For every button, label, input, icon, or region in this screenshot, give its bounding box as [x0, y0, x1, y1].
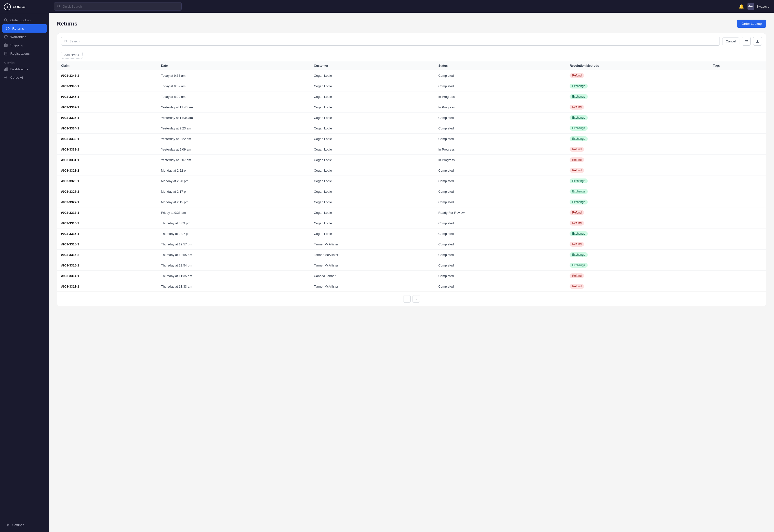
cell-status: Ready For Review	[434, 207, 565, 218]
table-body: #903-3346-2 Today at 9:35 am Cogan Lottl…	[57, 70, 766, 292]
logo-label: CORSO	[13, 5, 25, 9]
cell-date: Thursday at 3:07 pm	[157, 228, 310, 239]
table-row[interactable]: #903-3317-1 Friday at 9:38 am Cogan Lott…	[57, 207, 766, 218]
cell-claim: #903-3334-1	[57, 123, 157, 134]
table-header-row: Claim Date Customer Status Resolution Me…	[57, 61, 766, 70]
sidebar-item-dashboards[interactable]: Dashboards	[0, 65, 49, 73]
svg-point-13	[7, 524, 9, 526]
pagination: ‹ ›	[57, 291, 766, 306]
cell-resolution: Exchange	[565, 91, 709, 102]
quick-search-bar[interactable]	[54, 2, 181, 11]
cell-date: Thursday at 11:35 am	[157, 271, 310, 281]
table-row[interactable]: #903-3346-1 Today at 9:32 am Cogan Lottl…	[57, 81, 766, 91]
table-row[interactable]: #903-3334-1 Yesterday at 9:23 am Cogan L…	[57, 123, 766, 134]
cell-customer: Cogan Lottle	[310, 144, 434, 155]
cell-resolution: Refund	[565, 239, 709, 250]
table-row[interactable]: #903-3331-1 Yesterday at 9:07 am Cogan L…	[57, 155, 766, 165]
box-icon	[4, 43, 8, 47]
cell-claim: #903-3346-1	[57, 81, 157, 91]
cell-status: Completed	[434, 165, 565, 176]
cell-customer: Cogan Lottle	[310, 81, 434, 91]
cell-claim: #903-3315-2	[57, 250, 157, 260]
cell-claim: #903-3311-1	[57, 281, 157, 292]
col-tags: Tags	[709, 61, 766, 70]
prev-page-button[interactable]: ‹	[403, 295, 411, 303]
cell-tags	[709, 176, 766, 186]
user-menu[interactable]: GoN Swaseys	[748, 3, 769, 10]
col-status: Status	[434, 61, 565, 70]
table-row[interactable]: #903-3337-1 Yesterday at 11:43 am Cogan …	[57, 102, 766, 113]
download-button[interactable]	[753, 37, 762, 46]
sidebar-item-order-lookup[interactable]: Order Lookup	[0, 16, 49, 24]
cell-customer: Cogan Lottle	[310, 197, 434, 207]
sidebar-item-warranties[interactable]: Warranties	[0, 33, 49, 41]
cell-date: Today at 9:32 am	[157, 81, 310, 91]
sort-button[interactable]	[742, 37, 751, 46]
cell-tags	[709, 260, 766, 271]
table-row[interactable]: #903-3332-1 Yesterday at 9:09 am Cogan L…	[57, 144, 766, 155]
table-row[interactable]: #903-3315-2 Thursday at 12:55 pm Tanner …	[57, 250, 766, 260]
table-row[interactable]: #903-3346-2 Today at 9:35 am Cogan Lottl…	[57, 70, 766, 81]
cell-tags	[709, 250, 766, 260]
main-area: 🔔 GoN Swaseys Returns Order Lookup	[49, 0, 774, 532]
cell-customer: Canada Tanner	[310, 271, 434, 281]
table-row[interactable]: #903-3328-1 Monday at 2:20 pm Cogan Lott…	[57, 176, 766, 186]
cell-tags	[709, 102, 766, 113]
cell-tags	[709, 155, 766, 165]
cell-resolution: Refund	[565, 207, 709, 218]
table-row[interactable]: #903-3336-1 Yesterday at 11:36 am Cogan …	[57, 113, 766, 123]
cell-status: Completed	[434, 70, 565, 81]
download-icon	[756, 39, 760, 43]
user-name: Swaseys	[756, 5, 769, 8]
cell-status: Completed	[434, 134, 565, 144]
sidebar-item-returns[interactable]: Returns	[2, 24, 47, 33]
table-row[interactable]: #903-3311-1 Thursday at 11:33 am Tanner …	[57, 281, 766, 292]
table-row[interactable]: #903-3316-2 Thursday at 3:09 pm Cogan Lo…	[57, 218, 766, 228]
sidebar-item-shipping[interactable]: Shipping	[0, 41, 49, 49]
table-row[interactable]: #903-3327-1 Monday at 2:15 pm Cogan Lott…	[57, 197, 766, 207]
cell-customer: Cogan Lottle	[310, 176, 434, 186]
table-row[interactable]: #903-3328-2 Monday at 2:22 pm Cogan Lott…	[57, 165, 766, 176]
sidebar-item-settings[interactable]: Settings	[2, 521, 47, 529]
shield-icon	[4, 35, 8, 39]
cell-customer: Cogan Lottle	[310, 186, 434, 197]
cell-claim: #903-3316-1	[57, 228, 157, 239]
notification-icon[interactable]: 🔔	[739, 4, 744, 9]
table-search-wrap[interactable]	[61, 37, 720, 46]
cell-tags	[709, 165, 766, 176]
corso-logo-icon: C	[4, 3, 11, 10]
cell-resolution: Exchange	[565, 134, 709, 144]
cell-status: Completed	[434, 271, 565, 281]
table-search-input[interactable]	[69, 39, 717, 43]
page-title: Returns	[57, 21, 77, 27]
cell-resolution: Exchange	[565, 123, 709, 134]
cell-status: In Progress	[434, 144, 565, 155]
cell-date: Yesterday at 9:09 am	[157, 144, 310, 155]
table-row[interactable]: #903-3327-2 Monday at 2:17 pm Cogan Lott…	[57, 186, 766, 197]
user-avatar: GoN	[748, 3, 754, 10]
quick-search-input[interactable]	[63, 5, 178, 8]
table-row[interactable]: #903-3333-1 Yesterday at 9:22 am Cogan L…	[57, 134, 766, 144]
table-row[interactable]: #903-3316-1 Thursday at 3:07 pm Cogan Lo…	[57, 228, 766, 239]
next-page-button[interactable]: ›	[412, 295, 420, 303]
svg-line-3	[6, 21, 7, 22]
search-icon	[4, 18, 8, 22]
table-row[interactable]: #903-3315-3 Thursday at 12:57 pm Tanner …	[57, 239, 766, 250]
cell-status: Completed	[434, 239, 565, 250]
cell-status: Completed	[434, 260, 565, 271]
sidebar-item-registrations[interactable]: Registrations	[0, 49, 49, 58]
cell-resolution: Refund	[565, 165, 709, 176]
table-row[interactable]: #903-3345-1 Today at 8:29 am Cogan Lottl…	[57, 91, 766, 102]
cancel-button[interactable]: Cancel	[722, 38, 739, 45]
sidebar-item-label: Corso AI	[10, 76, 23, 79]
sidebar-item-corso-ai[interactable]: Corso AI	[0, 73, 49, 82]
order-lookup-button[interactable]: Order Lookup	[737, 20, 766, 28]
cell-status: Completed	[434, 228, 565, 239]
sidebar-item-label: Settings	[12, 523, 24, 527]
cell-customer: Cogan Lottle	[310, 165, 434, 176]
add-filter-button[interactable]: Add filter +	[61, 52, 83, 59]
cell-resolution: Refund	[565, 218, 709, 228]
col-resolution: Resolution Methods	[565, 61, 709, 70]
table-row[interactable]: #903-3315-1 Thursday at 12:54 pm Tanner …	[57, 260, 766, 271]
table-row[interactable]: #903-3314-1 Thursday at 11:35 am Canada …	[57, 271, 766, 281]
